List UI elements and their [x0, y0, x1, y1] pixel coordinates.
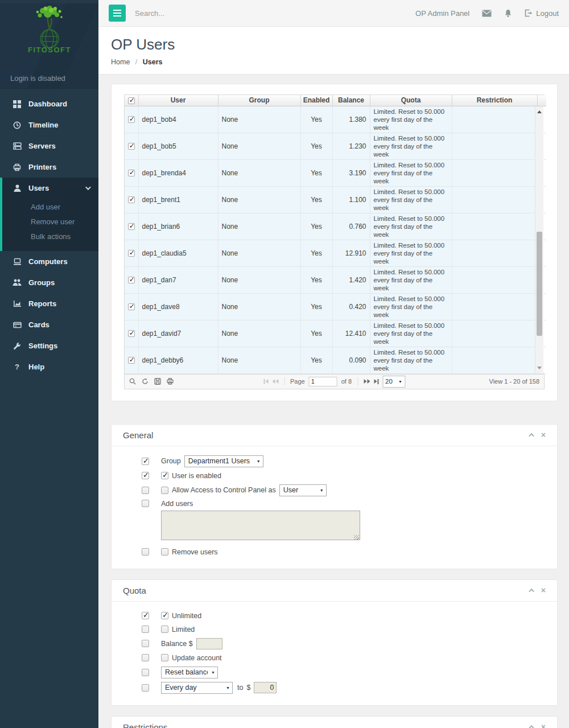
breadcrumb-home-link[interactable]: Home [111, 58, 130, 66]
bell-icon[interactable] [504, 9, 512, 18]
table-row[interactable]: dep1_brenda4 None Yes 3.190 Limited. Res… [125, 159, 546, 186]
row-checkbox[interactable] [128, 357, 135, 364]
sidebar-item-groups[interactable]: Groups [0, 272, 98, 293]
collapse-icon[interactable] [529, 725, 534, 728]
sidebar-item-timeline[interactable]: Timeline [0, 114, 98, 135]
refresh-icon[interactable] [142, 378, 149, 385]
sidebar-item-dashboard[interactable]: Dashboard [0, 93, 98, 114]
cell-group: None [218, 266, 300, 293]
col-header-restriction[interactable]: Restriction [452, 95, 537, 106]
close-icon[interactable]: × [541, 586, 546, 594]
balance-input[interactable] [196, 638, 222, 649]
next-page-button[interactable] [364, 379, 370, 384]
sidebar-item-computers[interactable]: Computers [0, 251, 98, 272]
sidebar-item-users[interactable]: Users [2, 178, 98, 199]
submenu-item-remove-user[interactable]: Remove user [2, 215, 98, 229]
close-icon[interactable]: × [541, 723, 546, 728]
table-row[interactable]: dep1_dave8 None Yes 0.420 Limited. Reset… [125, 293, 546, 320]
print-icon[interactable] [167, 378, 174, 385]
row-checkbox[interactable] [128, 196, 135, 203]
quota-panel-title: Quota [123, 586, 146, 595]
update-account-label: Update account [172, 654, 222, 662]
table-row[interactable]: dep1_bob4 None Yes 1.380 Limited. Reset … [125, 106, 546, 133]
sidebar-item-reports[interactable]: Reports [0, 293, 98, 314]
unlimited-checkbox[interactable] [161, 612, 168, 619]
reset-amount-input[interactable] [254, 682, 277, 693]
cell-user: dep1_david7 [138, 320, 218, 347]
prev-page-button[interactable] [272, 379, 278, 384]
logout-button[interactable]: Logout [525, 9, 559, 18]
balance-row-checkbox[interactable] [142, 640, 149, 647]
menu-toggle-button[interactable] [109, 5, 126, 22]
reset-balance-select[interactable]: Reset balance▼ [161, 667, 218, 678]
col-header-quota[interactable]: Quota [370, 95, 452, 106]
cell-user: dep1_brian6 [138, 213, 218, 240]
scroll-up-icon[interactable] [535, 108, 543, 116]
scroll-down-icon[interactable] [535, 364, 543, 372]
select-all-checkbox[interactable] [128, 97, 135, 104]
row-checkbox[interactable] [128, 277, 135, 283]
sidebar-item-cards[interactable]: Cards [0, 314, 98, 335]
sidebar-item-servers[interactable]: Servers [0, 135, 98, 157]
mail-icon[interactable] [482, 10, 492, 17]
collapse-icon[interactable] [529, 588, 534, 594]
allow-access-select[interactable]: User▼ [279, 484, 327, 496]
period-row-checkbox[interactable] [142, 684, 149, 692]
user-enabled-checkbox[interactable] [161, 472, 168, 479]
unlimited-row-checkbox[interactable] [142, 612, 149, 619]
period-select[interactable]: Every day▼ [161, 682, 233, 694]
col-header-enabled[interactable]: Enabled [300, 95, 332, 106]
collapse-icon[interactable] [529, 433, 534, 438]
sidebar-item-label: Dashboard [28, 100, 67, 108]
submenu-item-add-user[interactable]: Add user [2, 200, 98, 215]
submenu-item-bulk-actions[interactable]: Bulk actions [2, 229, 98, 244]
limited-checkbox[interactable] [161, 626, 168, 633]
sidebar-item-label: Cards [28, 320, 50, 329]
add-users-textarea[interactable] [161, 511, 360, 540]
save-icon[interactable] [154, 378, 161, 385]
cell-group: None [218, 293, 300, 320]
search-input[interactable] [135, 9, 271, 18]
sidebar-item-printers[interactable]: Printers [0, 157, 98, 178]
reset-balance-row-checkbox[interactable] [142, 669, 149, 676]
remove-users-checkbox[interactable] [161, 548, 168, 556]
table-row[interactable]: dep1_dan7 None Yes 1.420 Limited. Reset … [125, 266, 546, 293]
table-row[interactable]: dep1_bob5 None Yes 1.230 Limited. Reset … [125, 133, 546, 159]
table-row[interactable]: dep1_brian6 None Yes 0.760 Limited. Rese… [125, 213, 546, 240]
grid-header-row: User Group Enabled Balance Quota Restric… [125, 95, 546, 106]
allow-access-checkbox[interactable] [161, 487, 168, 494]
update-account-row-checkbox[interactable] [142, 654, 149, 661]
col-header-balance[interactable]: Balance [332, 95, 370, 106]
first-page-button[interactable] [263, 379, 268, 384]
row-checkbox[interactable] [128, 143, 135, 150]
table-row[interactable]: dep1_david7 None Yes 12.410 Limited. Res… [125, 320, 546, 347]
update-account-checkbox[interactable] [161, 654, 168, 661]
row-checkbox[interactable] [128, 116, 135, 123]
page-input[interactable] [309, 377, 337, 386]
search-icon[interactable] [129, 378, 136, 385]
add-users-row-checkbox[interactable] [142, 500, 149, 507]
row-checkbox[interactable] [128, 170, 135, 176]
group-select[interactable]: Department1 Users▼ [184, 455, 263, 467]
sidebar-item-help[interactable]: ? Help [0, 356, 98, 377]
remove-users-row-checkbox[interactable] [142, 548, 149, 556]
sidebar-item-settings[interactable]: Settings [0, 335, 98, 356]
table-row[interactable]: dep1_claudia5 None Yes 12.910 Limited. R… [125, 240, 546, 266]
col-header-group[interactable]: Group [218, 95, 300, 106]
scrollbar-thumb[interactable] [537, 232, 542, 336]
table-row[interactable]: dep1_debby6 None Yes 0.090 Limited. Rese… [125, 347, 546, 373]
last-page-button[interactable] [374, 379, 378, 384]
close-icon[interactable]: × [541, 431, 546, 439]
row-checkbox[interactable] [128, 330, 135, 337]
row-checkbox[interactable] [128, 303, 135, 310]
user-enabled-row-checkbox[interactable] [142, 472, 149, 479]
limited-row-checkbox[interactable] [142, 626, 149, 633]
col-header-user[interactable]: User [138, 95, 218, 106]
allow-access-row-checkbox[interactable] [142, 487, 149, 494]
row-checkbox[interactable] [128, 250, 135, 257]
row-checkbox[interactable] [128, 223, 135, 230]
page-size-select[interactable]: 20▼ [382, 376, 405, 388]
group-row-checkbox[interactable] [142, 458, 149, 465]
grid-scrollbar[interactable] [535, 106, 543, 373]
table-row[interactable]: dep1_brent1 None Yes 1.100 Limited. Rese… [125, 186, 546, 213]
